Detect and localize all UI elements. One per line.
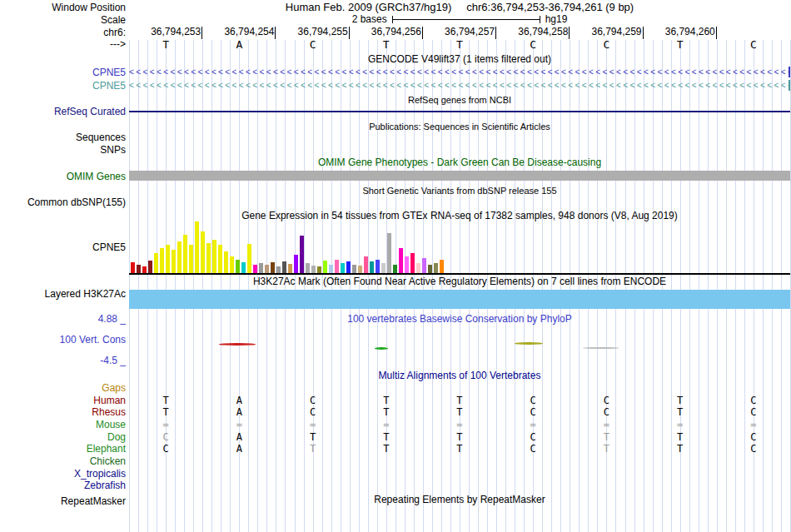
aligned-base[interactable]: T	[276, 431, 349, 443]
aligned-base[interactable]: T	[276, 443, 349, 455]
gtex-expression-bar[interactable]	[358, 266, 362, 273]
species-label[interactable]: Chicken	[0, 455, 126, 467]
sequence-base[interactable]: T	[350, 39, 423, 51]
track-label-repeatmasker[interactable]: RepeatMasker	[0, 495, 126, 507]
aligned-base[interactable]: T	[644, 443, 717, 455]
ruler-position[interactable]: 36,794,254	[202, 27, 276, 39]
gtex-expression-bar[interactable]	[428, 265, 432, 273]
gtex-expression-bar[interactable]	[137, 265, 141, 273]
aligned-base[interactable]: A	[202, 406, 276, 418]
gtex-expression-bar[interactable]	[311, 266, 316, 273]
species-label[interactable]: Mouse	[0, 419, 126, 430]
aligned-base[interactable]: T	[644, 395, 717, 406]
aligned-base[interactable]: C	[129, 443, 202, 455]
ruler-position[interactable]: 36,794,258	[496, 27, 570, 39]
ruler-position[interactable]: 36,794,253	[129, 27, 202, 39]
gtex-expression-bar[interactable]	[434, 263, 438, 273]
aligned-base[interactable]: T	[423, 395, 496, 406]
track-label-cpne5-gencode-2[interactable]: CPNE5	[0, 80, 126, 92]
gtex-expression-bar[interactable]	[306, 263, 310, 273]
aligned-base[interactable]: C	[129, 431, 202, 443]
aligned-base[interactable]: C	[496, 443, 570, 455]
species-label[interactable]: Dog	[0, 431, 126, 443]
aligned-base[interactable]: T	[423, 443, 496, 455]
gtex-expression-bar[interactable]	[142, 266, 147, 273]
sequence-base[interactable]: C	[496, 39, 570, 51]
gtex-expression-bar[interactable]	[172, 250, 176, 273]
species-label[interactable]: X_tropicalis	[0, 468, 126, 480]
aligned-base[interactable]: T	[350, 443, 423, 455]
sequence-base[interactable]: T	[129, 39, 202, 51]
gtex-expression-bar[interactable]	[282, 261, 286, 273]
sequence-base[interactable]: T	[423, 39, 496, 51]
gtex-expression-bar[interactable]	[370, 261, 374, 273]
gtex-expression-bar[interactable]	[271, 262, 275, 273]
gtex-expression-bar[interactable]	[440, 260, 444, 273]
aligned-base[interactable]: T	[570, 443, 643, 455]
aligned-base[interactable]: =	[202, 419, 276, 430]
ruler-position[interactable]: 36,794,257	[423, 27, 496, 39]
aligned-base[interactable]: T	[350, 406, 423, 418]
species-label[interactable]: Rhesus	[0, 406, 126, 418]
aligned-base[interactable]: C	[717, 443, 790, 455]
gtex-expression-bar[interactable]	[195, 221, 199, 273]
track-label-cpne5-gtex[interactable]: CPNE5	[0, 241, 126, 253]
aligned-base[interactable]: T	[644, 406, 717, 418]
gtex-expression-bar[interactable]	[230, 256, 234, 273]
gtex-expression-bar[interactable]	[201, 231, 205, 273]
gtex-expression-bar[interactable]	[218, 245, 222, 273]
conservation-wiggle[interactable]	[129, 329, 790, 362]
aligned-base[interactable]: C	[570, 395, 643, 406]
gtex-expression-bar[interactable]	[212, 240, 216, 273]
sequence-base[interactable]: C	[570, 39, 643, 51]
aligned-base[interactable]: T	[644, 431, 717, 443]
gencode-item-cpne5-2[interactable]: <<<<<<<<<<<<<<<<<<<<<<<<<<<<<<<<<<<<<<<<…	[129, 80, 790, 91]
ruler-position[interactable]: 36,794,260	[644, 27, 717, 39]
aligned-base[interactable]: A	[202, 443, 276, 455]
gtex-expression-bar[interactable]	[335, 260, 339, 273]
sequence-base[interactable]: A	[202, 39, 276, 51]
gtex-expression-bar[interactable]	[422, 258, 426, 273]
gtex-expression-bar[interactable]	[393, 265, 397, 273]
gtex-expression-bar[interactable]	[166, 245, 170, 273]
sequence-base[interactable]: C	[276, 39, 349, 51]
aligned-base[interactable]: =	[350, 419, 423, 430]
gtex-expression-bar[interactable]	[405, 256, 409, 273]
aligned-base[interactable]: =	[496, 419, 570, 430]
aligned-base[interactable]: =	[570, 419, 643, 430]
aligned-base[interactable]: C	[276, 395, 349, 406]
aligned-base[interactable]: =	[423, 419, 496, 430]
track-label-snps[interactable]: SNPs	[0, 144, 126, 156]
gtex-expression-bar[interactable]	[241, 262, 246, 273]
track-label-layered-h3k27ac[interactable]: Layered H3K27Ac	[0, 288, 126, 300]
gtex-expression-bar[interactable]	[376, 260, 380, 273]
gtex-expression-bar[interactable]	[341, 263, 345, 273]
aligned-base[interactable]: A	[202, 395, 276, 406]
track-label-refseq-curated[interactable]: RefSeq Curated	[0, 106, 126, 117]
gtex-expression-bar[interactable]	[131, 262, 135, 273]
aligned-base[interactable]: C	[276, 406, 349, 418]
gtex-expression-bar[interactable]	[276, 266, 281, 273]
aligned-base[interactable]: T	[570, 431, 643, 443]
aligned-base[interactable]: C	[570, 406, 643, 418]
gtex-expression-bar[interactable]	[317, 266, 321, 273]
gtex-expression-bar[interactable]	[329, 265, 333, 273]
aligned-base[interactable]: T	[423, 406, 496, 418]
aligned-base[interactable]: T	[129, 406, 202, 418]
base-position-ruler[interactable]: 36,794,25336,794,25436,794,25536,794,256…	[129, 27, 790, 39]
species-label[interactable]: Zebrafish	[0, 480, 126, 491]
gtex-expression-bar[interactable]	[189, 245, 193, 273]
sequence-base[interactable]: T	[644, 39, 717, 51]
track-label-common-dbsnp[interactable]: Common dbSNP(155)	[0, 196, 126, 208]
gtex-expression-bar[interactable]	[294, 255, 298, 273]
sequence-base[interactable]: C	[717, 39, 790, 51]
aligned-base[interactable]: C	[717, 431, 790, 443]
gtex-expression-bar[interactable]	[381, 263, 386, 273]
aligned-base[interactable]: A	[202, 431, 276, 443]
gtex-expression-bar[interactable]	[352, 265, 356, 273]
gtex-expression-bar[interactable]	[206, 243, 211, 273]
aligned-base[interactable]: C	[717, 395, 790, 406]
aligned-base[interactable]: C	[496, 406, 570, 418]
gtex-expression-bar[interactable]	[410, 253, 415, 273]
ruler-position[interactable]: 36,794,259	[570, 27, 643, 39]
